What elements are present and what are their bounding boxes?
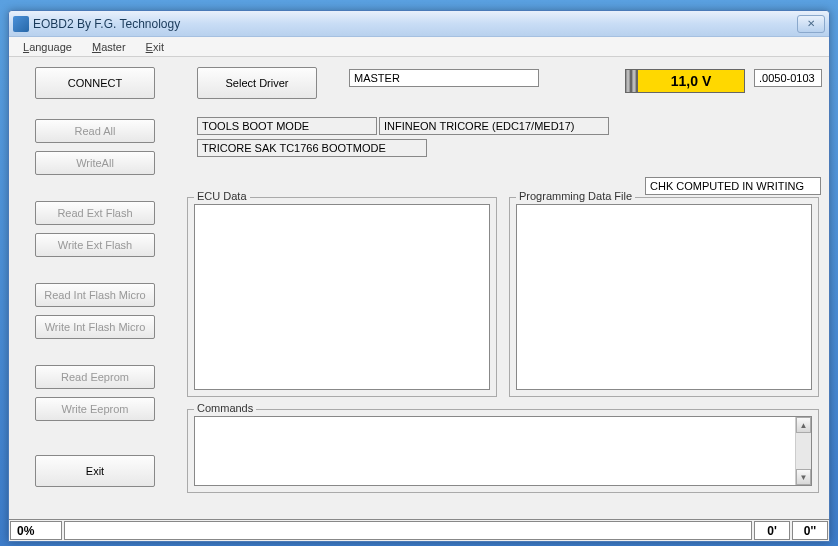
voltage-value: 11,0 V bbox=[637, 69, 745, 93]
menubar: Language Master Exit bbox=[9, 37, 829, 57]
app-window: EOBD2 By F.G. Technology ✕ Language Mast… bbox=[8, 10, 830, 542]
status-progress-bar bbox=[64, 521, 752, 540]
menu-master[interactable]: Master bbox=[82, 39, 136, 55]
ecu-data-area bbox=[194, 204, 490, 390]
statusbar: 0% 0' 0'' bbox=[9, 519, 829, 541]
tools-boot-mode-field: TOOLS BOOT MODE bbox=[197, 117, 377, 135]
write-ext-flash-button[interactable]: Write Ext Flash bbox=[35, 233, 155, 257]
code-field: .0050-0103 bbox=[754, 69, 822, 87]
select-driver-button[interactable]: Select Driver bbox=[197, 67, 317, 99]
status-progress: 0% bbox=[10, 521, 62, 540]
commands-scrollbar[interactable]: ▲ ▼ bbox=[795, 417, 811, 485]
commands-group: Commands ▲ ▼ bbox=[187, 409, 819, 493]
app-icon bbox=[13, 16, 29, 32]
scroll-down-icon[interactable]: ▼ bbox=[796, 469, 811, 485]
connect-button[interactable]: CONNECT bbox=[35, 67, 155, 99]
voltage-display: 11,0 V bbox=[625, 69, 745, 93]
exit-button[interactable]: Exit bbox=[35, 455, 155, 487]
read-all-button[interactable]: Read All bbox=[35, 119, 155, 143]
commands-label: Commands bbox=[194, 402, 256, 414]
read-int-flash-micro-button[interactable]: Read Int Flash Micro bbox=[35, 283, 155, 307]
write-int-flash-micro-button[interactable]: Write Int Flash Micro bbox=[35, 315, 155, 339]
menu-language[interactable]: Language bbox=[13, 39, 82, 55]
status-time-seconds: 0'' bbox=[792, 521, 828, 540]
programming-data-area bbox=[516, 204, 812, 390]
write-eeprom-button[interactable]: Write Eeprom bbox=[35, 397, 155, 421]
menu-exit[interactable]: Exit bbox=[136, 39, 174, 55]
commands-area: ▲ ▼ bbox=[194, 416, 812, 486]
master-field: MASTER bbox=[349, 69, 539, 87]
scroll-track[interactable] bbox=[796, 433, 811, 469]
tricore-field: TRICORE SAK TC1766 BOOTMODE bbox=[197, 139, 427, 157]
ecu-data-group: ECU Data bbox=[187, 197, 497, 397]
write-all-button[interactable]: WriteAll bbox=[35, 151, 155, 175]
read-ext-flash-button[interactable]: Read Ext Flash bbox=[35, 201, 155, 225]
close-button[interactable]: ✕ bbox=[797, 15, 825, 33]
read-eeprom-button[interactable]: Read Eeprom bbox=[35, 365, 155, 389]
status-time-minutes: 0' bbox=[754, 521, 790, 540]
programming-data-file-group: Programming Data File bbox=[509, 197, 819, 397]
titlebar: EOBD2 By F.G. Technology ✕ bbox=[9, 11, 829, 37]
content-area: CONNECT Select Driver MASTER 11,0 V .005… bbox=[9, 57, 829, 541]
commands-text bbox=[195, 417, 795, 485]
programming-data-file-label: Programming Data File bbox=[516, 190, 635, 202]
ecu-data-label: ECU Data bbox=[194, 190, 250, 202]
chk-field: CHK COMPUTED IN WRITING bbox=[645, 177, 821, 195]
infineon-field: INFINEON TRICORE (EDC17/MED17) bbox=[379, 117, 609, 135]
window-title: EOBD2 By F.G. Technology bbox=[33, 17, 797, 31]
scroll-up-icon[interactable]: ▲ bbox=[796, 417, 811, 433]
